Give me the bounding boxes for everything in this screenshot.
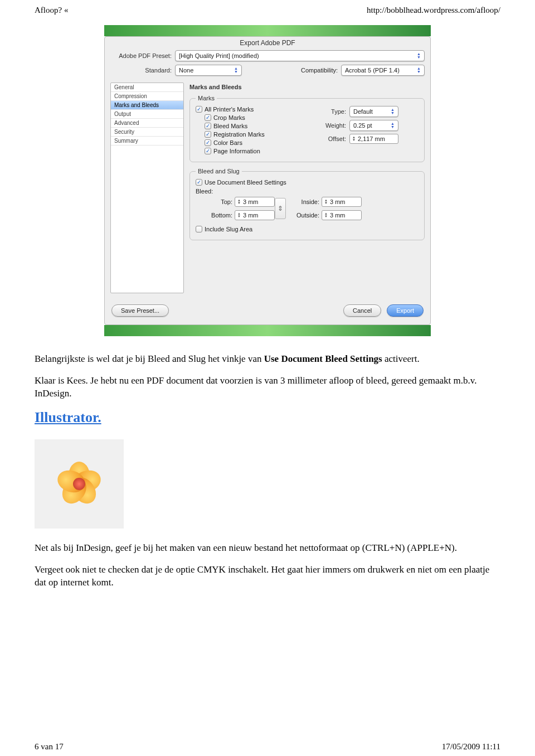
compat-value: Acrobat 5 (PDF 1.4) xyxy=(345,67,400,74)
checkbox-colorbars[interactable]: ✓ xyxy=(205,139,211,146)
bleed-outside-stepper[interactable]: ▲▼3 mm xyxy=(322,210,362,220)
preset-value: [High Quality Print] (modified) xyxy=(179,52,259,59)
updown-icon: ▲▼ xyxy=(234,67,238,74)
article-p1: Belangrijkste is wel dat je bij Bleed an… xyxy=(35,353,500,366)
section-heading-illustrator: Illustrator. xyxy=(35,409,500,426)
article-p4: Vergeet ook niet te checken dat je de op… xyxy=(35,564,500,589)
sidebar-item-advanced[interactable]: Advanced xyxy=(111,119,183,128)
offset-label: Offset: xyxy=(318,135,346,142)
checkbox-use-doc-bleed[interactable]: ✓ xyxy=(196,179,202,186)
link-values-button[interactable]: ⇕ xyxy=(275,198,286,219)
article-body: Belangrijkste is wel dat je bij Bleed an… xyxy=(35,353,500,589)
bleed-heading: Bleed: xyxy=(196,188,419,195)
checkbox-all-printers[interactable]: ✓ xyxy=(196,106,202,113)
updown-icon: ▲▼ xyxy=(417,52,421,59)
header-left: Afloop? « xyxy=(35,6,68,15)
decorative-band-bottom xyxy=(104,325,431,336)
category-list[interactable]: General Compression Marks and Bleeds Out… xyxy=(110,83,184,293)
illustrator-icon xyxy=(35,439,124,529)
updown-icon: ▲▼ xyxy=(417,67,421,74)
standard-combo[interactable]: None ▲▼ xyxy=(175,65,242,76)
sidebar-item-summary[interactable]: Summary xyxy=(111,137,183,146)
page-header: Afloop? « http://bobblhead.wordpress.com… xyxy=(35,6,500,15)
footer-right: 17/05/2009 11:11 xyxy=(442,742,500,752)
updown-icon: ▲▼ xyxy=(391,108,395,115)
checkbox-registration[interactable]: ✓ xyxy=(205,131,211,138)
offset-stepper[interactable]: ▲▼ 2,117 mm xyxy=(349,134,398,144)
bleed-outside-label: Outside: xyxy=(288,212,322,219)
export-pdf-dialog: Export Adobe PDF Adobe PDF Preset: [High… xyxy=(104,36,431,325)
dialog-screenshot: Export Adobe PDF Adobe PDF Preset: [High… xyxy=(35,25,500,336)
article-p3: Net als bij InDesign, geef je bij het ma… xyxy=(35,542,500,555)
export-button[interactable]: Export xyxy=(387,304,424,317)
preset-combo[interactable]: [High Quality Print] (modified) ▲▼ xyxy=(175,50,425,61)
panel-title: Marks and Bleeds xyxy=(189,84,425,90)
compat-label: Compatibility: xyxy=(301,67,338,74)
standard-label: Standard: xyxy=(110,67,172,74)
standard-value: None xyxy=(179,67,193,74)
bleed-slug-group: Bleed and Slug ✓Use Document Bleed Setti… xyxy=(189,168,425,240)
page-footer: 6 van 17 17/05/2009 11:11 xyxy=(35,742,500,752)
bleed-top-label: Top: xyxy=(201,198,235,205)
checkbox-include-slug[interactable] xyxy=(196,226,202,232)
sidebar-item-output[interactable]: Output xyxy=(111,110,183,119)
cancel-button[interactable]: Cancel xyxy=(343,304,381,317)
sidebar-item-security[interactable]: Security xyxy=(111,128,183,137)
header-right: http://bobblhead.wordpress.com/afloop/ xyxy=(367,6,500,15)
checkbox-bleed[interactable]: ✓ xyxy=(205,123,211,129)
type-label: Type: xyxy=(318,108,346,115)
weight-label: Weight: xyxy=(318,122,346,129)
decorative-band-top xyxy=(104,25,431,36)
type-combo[interactable]: Default ▲▼ xyxy=(349,106,398,117)
checkbox-crop[interactable]: ✓ xyxy=(205,114,211,121)
bleedslug-legend: Bleed and Slug xyxy=(196,168,242,175)
bleed-bottom-stepper[interactable]: ▲▼3 mm xyxy=(235,210,275,220)
dialog-title: Export Adobe PDF xyxy=(105,37,430,50)
updown-icon: ▲▼ xyxy=(391,122,395,129)
compat-combo[interactable]: Acrobat 5 (PDF 1.4) ▲▼ xyxy=(341,65,425,76)
footer-left: 6 van 17 xyxy=(35,742,64,752)
preset-label: Adobe PDF Preset: xyxy=(110,52,172,59)
checkbox-pageinfo[interactable]: ✓ xyxy=(205,148,211,154)
bleed-inside-stepper[interactable]: ▲▼3 mm xyxy=(322,197,362,207)
weight-combo[interactable]: 0.25 pt ▲▼ xyxy=(349,120,398,131)
bleed-bottom-label: Bottom: xyxy=(201,212,235,219)
marks-legend: Marks xyxy=(196,95,217,101)
save-preset-button[interactable]: Save Preset... xyxy=(111,304,169,317)
marks-group: Marks ✓All Printer's Marks ✓Crop Marks ✓… xyxy=(189,95,425,162)
article-p2: Klaar is Kees. Je hebt nu een PDF docume… xyxy=(35,375,500,400)
stepper-arrows-icon: ▲▼ xyxy=(352,136,356,142)
sidebar-item-general[interactable]: General xyxy=(111,83,183,92)
sidebar-item-compression[interactable]: Compression xyxy=(111,92,183,101)
bleed-inside-label: Inside: xyxy=(288,198,322,205)
bleed-top-stepper[interactable]: ▲▼3 mm xyxy=(235,197,275,207)
sidebar-item-marks-bleeds[interactable]: Marks and Bleeds xyxy=(111,101,183,110)
